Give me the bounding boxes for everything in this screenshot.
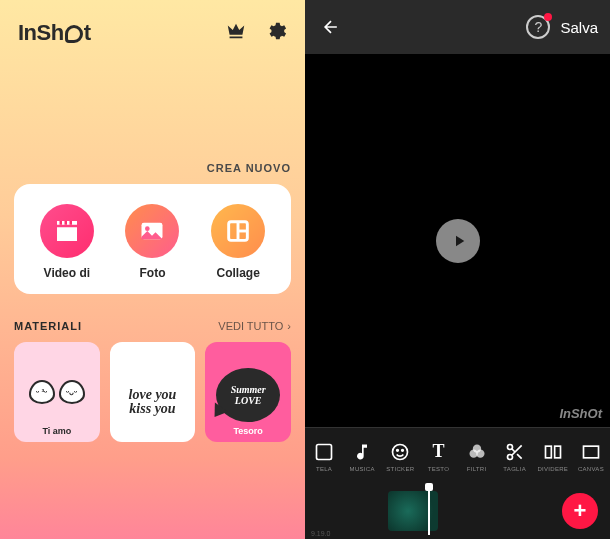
logo-o-icon — [65, 25, 83, 43]
svg-point-8 — [507, 454, 512, 459]
tool-tela[interactable]: TELA — [307, 440, 341, 472]
timeline[interactable]: + 9.19.0 — [305, 483, 610, 539]
pro-crown-icon[interactable] — [225, 20, 247, 46]
music-icon — [350, 440, 374, 464]
watermark[interactable]: InShOt — [559, 406, 602, 421]
video-clip[interactable] — [388, 491, 438, 531]
tool-label: STICKER — [386, 466, 414, 472]
material-label: Ti amo — [42, 426, 71, 436]
tool-label: CANVAS — [578, 466, 604, 472]
create-card: Video di Foto Collage — [14, 184, 291, 294]
svg-point-16 — [145, 226, 150, 231]
video-icon — [40, 204, 94, 258]
playhead[interactable] — [428, 487, 430, 535]
material-card-tiamo[interactable]: ᵕ ³ᵕ ᵕᴗᵕ Ti amo — [14, 342, 100, 442]
svg-point-3 — [402, 449, 404, 451]
svg-rect-13 — [64, 221, 67, 225]
bubble-art: Summer LOVE — [216, 368, 280, 422]
video-preview[interactable]: InShOt — [305, 54, 610, 427]
collage-icon — [211, 204, 265, 258]
back-button[interactable] — [317, 13, 345, 41]
tool-filtri[interactable]: FILTRI — [460, 440, 494, 472]
play-button[interactable] — [436, 219, 480, 263]
materials-header: MATERIALI VEDI TUTTO › — [14, 320, 291, 332]
tool-label: TESTO — [428, 466, 449, 472]
save-wrap: ? Salva — [526, 15, 598, 39]
svg-rect-0 — [317, 444, 332, 459]
see-all-label: VEDI TUTTO — [218, 320, 283, 332]
create-label: Collage — [216, 266, 259, 280]
material-label: Tesoro — [234, 426, 263, 436]
photo-icon — [125, 204, 179, 258]
tool-canvas[interactable]: CANVAS — [574, 440, 608, 472]
chevron-right-icon: › — [287, 320, 291, 332]
add-clip-button[interactable]: + — [562, 493, 598, 529]
text-icon: T — [426, 440, 450, 464]
svg-point-7 — [507, 444, 512, 449]
see-all-button[interactable]: VEDI TUTTO › — [218, 320, 291, 332]
home-header: InSht — [14, 14, 291, 52]
header-icons — [225, 20, 287, 46]
materials-row: ᵕ ³ᵕ ᵕᴗᵕ Ti amo love you kiss you Summer… — [14, 342, 291, 442]
script-art: love you kiss you — [118, 372, 188, 432]
split-icon — [541, 440, 565, 464]
svg-rect-11 — [583, 446, 598, 458]
svg-rect-10 — [554, 446, 560, 458]
tool-label: TAGLIA — [503, 466, 526, 472]
create-collage-button[interactable]: Collage — [211, 204, 265, 280]
svg-rect-9 — [545, 446, 551, 458]
create-video-button[interactable]: Video di — [40, 204, 94, 280]
svg-point-6 — [476, 449, 484, 457]
filter-icon — [465, 440, 489, 464]
create-section-label: CREA NUOVO — [14, 162, 291, 174]
hearts-art: ᵕ ³ᵕ ᵕᴗᵕ — [22, 362, 92, 422]
canvas2-icon — [579, 440, 603, 464]
svg-rect-12 — [59, 221, 62, 225]
sticker-icon — [388, 440, 412, 464]
create-label: Video di — [44, 266, 90, 280]
materials-title: MATERIALI — [14, 320, 82, 332]
timeline-track[interactable] — [317, 491, 554, 531]
material-card-loveyou[interactable]: love you kiss you — [110, 342, 196, 442]
tool-label: MUSICA — [350, 466, 375, 472]
tool-label: FILTRI — [467, 466, 487, 472]
settings-gear-icon[interactable] — [265, 20, 287, 46]
save-button[interactable]: Salva — [560, 19, 598, 36]
svg-rect-14 — [69, 221, 72, 225]
tool-taglia[interactable]: TAGLIA — [498, 440, 532, 472]
editor-toolbar: TELA MUSICA STICKER T TESTO FILTRI TAGLI… — [305, 427, 610, 483]
editor-topbar: ? Salva — [305, 0, 610, 54]
create-label: Foto — [139, 266, 165, 280]
svg-point-1 — [393, 444, 408, 459]
create-foto-button[interactable]: Foto — [125, 204, 179, 280]
cut-icon — [503, 440, 527, 464]
canvas-icon — [312, 440, 336, 464]
tool-label: TELA — [316, 466, 332, 472]
editor-screen: ? Salva InShOt TELA MUSICA STICKER T TES… — [305, 0, 610, 539]
app-logo: InSht — [18, 20, 91, 46]
material-card-tesoro[interactable]: Summer LOVE Tesoro — [205, 342, 291, 442]
help-icon[interactable]: ? — [526, 15, 550, 39]
svg-point-2 — [397, 449, 399, 451]
tool-testo[interactable]: T TESTO — [421, 440, 455, 472]
tool-label: DIVIDERE — [537, 466, 568, 472]
tool-sticker[interactable]: STICKER — [383, 440, 417, 472]
tool-musica[interactable]: MUSICA — [345, 440, 379, 472]
home-screen: InSht CREA NUOVO Video di Foto Collage M… — [0, 0, 305, 539]
tool-dividere[interactable]: DIVIDERE — [536, 440, 570, 472]
version-label: 9.19.0 — [311, 530, 330, 537]
